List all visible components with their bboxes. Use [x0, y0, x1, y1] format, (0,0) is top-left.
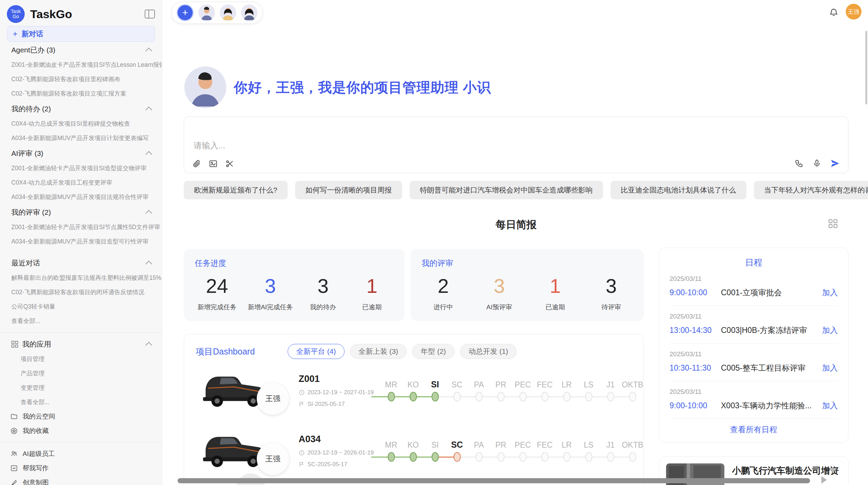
- milestone-dot: [563, 452, 570, 462]
- app-item-project-mgmt[interactable]: 项目管理: [0, 352, 162, 366]
- project-row[interactable]: 王强 Z001 2023-12-19 ~ 2027-01-19 SI-2025-…: [196, 362, 632, 419]
- daily-brief-title: 每日简报: [184, 218, 848, 232]
- milestone-dot: [607, 452, 614, 462]
- project-info: Z001 2023-12-19 ~ 2027-01-19 SI-2025-05-…: [299, 374, 377, 408]
- vertical-scrollbar[interactable]: [865, 31, 867, 104]
- join-link[interactable]: 加入: [822, 363, 838, 373]
- sidebar-item[interactable]: C0X4-动力总成开发项目工程变更评审: [0, 175, 162, 190]
- phone-icon[interactable]: [795, 159, 804, 168]
- milestone-dot-area: [622, 389, 643, 404]
- sidebar-item[interactable]: 解释最新出台的欧盟报废车法规再生塑料比例被调至15%...: [0, 271, 162, 285]
- paperclip-icon[interactable]: [192, 159, 201, 168]
- attachment-toolbar: [192, 159, 234, 168]
- section-title-wrap: 我的应用: [11, 339, 51, 349]
- suggestion-chip[interactable]: 比亚迪全固态电池计划具体说了什么: [611, 181, 746, 199]
- chat-input-box[interactable]: 请输入...: [184, 116, 848, 173]
- section-recent-chats[interactable]: 最近对话: [0, 256, 162, 271]
- section-ai-review[interactable]: AI评审 (3): [0, 146, 162, 161]
- tab-year-model[interactable]: 年型 (2): [412, 344, 455, 359]
- stat-value: 3: [248, 275, 293, 297]
- sidebar-item[interactable]: C02-飞腾新能源轻客改款项目的闭环通告反馈情况: [0, 285, 162, 299]
- stat-value: 3: [480, 275, 518, 297]
- sidebar-item[interactable]: C02-飞腾新能源轻客改款项目立项汇报方案: [0, 86, 162, 101]
- sidebar-item-cloud-space[interactable]: 我的云空间: [0, 409, 162, 424]
- stat-overdue: 1 已逾期: [353, 275, 391, 312]
- sidebar-item[interactable]: 公司Q3轻卡销量: [0, 299, 162, 314]
- image-icon[interactable]: [209, 159, 218, 168]
- milestone-dot: [497, 392, 505, 401]
- chevron-up-icon[interactable]: [145, 261, 152, 268]
- tab-powertrain[interactable]: 动总开发 (1): [460, 344, 517, 359]
- tab-new-platform[interactable]: 全新平台 (4): [288, 344, 345, 359]
- scissors-icon[interactable]: [225, 159, 234, 168]
- tool-label: 创意制图: [23, 478, 49, 485]
- suggestion-chip[interactable]: 如何写一份清晰的项目周报: [295, 181, 402, 199]
- notifications-bell-icon[interactable]: [829, 8, 839, 18]
- sidebar-item[interactable]: Z001-全新燃油皮卡产品开发项目SI节点Lesson Learn报告: [0, 58, 162, 72]
- dashboard-title: 项目Dashboard: [196, 346, 255, 357]
- schedule-date: 2025/03/11: [670, 313, 838, 320]
- new-conversation-button[interactable]: +: [177, 4, 194, 21]
- tool-creative-draw[interactable]: 创意制图: [0, 475, 162, 485]
- chevron-up-icon[interactable]: [145, 107, 152, 113]
- horizontal-scrollbar[interactable]: [178, 478, 810, 483]
- chevron-up-icon[interactable]: [145, 342, 152, 349]
- star-badge-icon: [10, 427, 18, 435]
- suggestion-chip[interactable]: 特朗普可能对进口汽车增税会对中国车企造成哪些影响: [410, 181, 603, 199]
- microphone-icon[interactable]: [812, 159, 821, 168]
- milestone-station: FEC: [534, 437, 556, 464]
- schedule-date: 2025/03/11: [670, 350, 838, 358]
- app-item-product-mgmt[interactable]: 产品管理: [0, 366, 162, 381]
- assistant-avatar-2[interactable]: [220, 4, 236, 21]
- section-my-review[interactable]: 我的评审 (2): [0, 205, 162, 220]
- milestone-label: MR: [385, 437, 397, 450]
- sidebar-item-favorites[interactable]: 我的收藏: [0, 424, 162, 438]
- suggestion-chip[interactable]: 欧洲新规最近颁布了什么?: [184, 181, 288, 199]
- milestone-dot: [519, 392, 527, 401]
- layout-grid-icon[interactable]: [829, 219, 837, 229]
- chevron-up-icon[interactable]: [145, 48, 152, 54]
- sidebar-item[interactable]: C02-飞腾新能源轻客改款项目里程碑画布: [0, 72, 162, 86]
- tab-new-body[interactable]: 全新上装 (3): [350, 344, 407, 359]
- sidebar-item[interactable]: A034-全新新能源MUV产品开发项目造型可行性评审: [0, 234, 162, 249]
- sidebar-item[interactable]: Z001-全新燃油轻卡产品开发项目SI节点属性5D文件评审: [0, 220, 162, 234]
- assistant-avatar-3[interactable]: [241, 4, 257, 21]
- assistant-avatar-1[interactable]: [198, 4, 215, 21]
- milestone-label: SI: [431, 437, 439, 450]
- view-all-apps[interactable]: 查看全部...: [0, 395, 162, 409]
- send-icon[interactable]: [830, 159, 840, 168]
- milestone-dot: [432, 392, 439, 401]
- sidebar-item[interactable]: A034-全新新能源MUV产品开发项目法规符合性评审: [0, 190, 162, 204]
- view-all-chats[interactable]: 查看全部...: [0, 314, 162, 328]
- section-my-todo[interactable]: 我的待办 (2): [0, 101, 162, 116]
- sidebar-item[interactable]: C0X4-动力总成开发项目SI里程碑提交物检查: [0, 116, 162, 131]
- app-item-change-mgmt[interactable]: 变更管理: [0, 381, 162, 395]
- chevron-up-icon[interactable]: [145, 210, 152, 217]
- sidebar-collapse-icon[interactable]: [145, 10, 155, 18]
- project-owner-badge: 王强: [257, 443, 289, 475]
- tool-help-write[interactable]: 帮我写作: [0, 461, 162, 475]
- user-avatar[interactable]: 王强: [846, 4, 861, 20]
- scroll-down-arrow-icon[interactable]: [829, 468, 836, 473]
- join-link[interactable]: 加入: [822, 287, 838, 298]
- project-code: A034: [299, 434, 377, 445]
- new-chat-button[interactable]: + 新对话: [7, 26, 155, 42]
- join-link[interactable]: 加入: [822, 400, 838, 411]
- view-all-schedule[interactable]: 查看所有日程: [670, 419, 838, 440]
- flag-icon: [299, 401, 305, 407]
- sidebar-item[interactable]: A034-全新新能源MUV产品开发项目计划变更表编写: [0, 131, 162, 145]
- suggestion-chip[interactable]: 当下年轻人对汽车外观有怎样的喜好趋势: [754, 181, 868, 199]
- sidebar-item[interactable]: Z001-全新燃油轻卡产品开发项目SI造型提交物评审: [0, 161, 162, 175]
- schedule-time: 9:00-10:00: [670, 401, 721, 410]
- clock-icon: [299, 389, 305, 396]
- milestone-station: LR: [556, 377, 578, 404]
- chevron-up-icon[interactable]: [145, 151, 152, 158]
- join-link[interactable]: 加入: [822, 325, 838, 336]
- section-my-apps[interactable]: 我的应用: [0, 337, 162, 352]
- section-agent-done[interactable]: Agent已办 (3): [0, 42, 162, 58]
- tool-ai-super-staff[interactable]: AI超级员工: [0, 447, 162, 461]
- scroll-right-arrow-icon[interactable]: [821, 476, 827, 484]
- stat-pending-review: 3 待评审: [592, 275, 630, 312]
- project-row[interactable]: 王强 A034 2023-12-19 ~ 2026-01-19 SC-2025-…: [196, 422, 632, 480]
- schedule-item: 2025/03/11 9:00-10:00 X003-车辆动力学性能验... 加…: [670, 381, 838, 419]
